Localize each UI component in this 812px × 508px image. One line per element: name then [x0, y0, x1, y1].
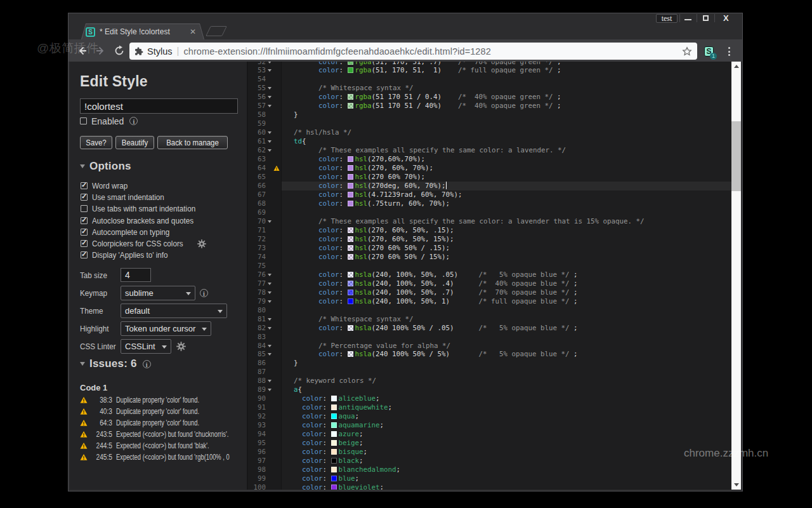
code-line: 97 color: black; — [248, 457, 741, 465]
color-swatch[interactable] — [348, 62, 353, 65]
code-text: /* Percentage value for alpha */ — [282, 342, 741, 351]
fold-arrow-icon[interactable] — [266, 324, 273, 333]
color-swatch[interactable] — [348, 272, 353, 277]
fold-arrow-icon[interactable] — [266, 279, 273, 288]
close-window-button[interactable]: X — [715, 13, 743, 23]
color-swatch[interactable] — [331, 396, 337, 401]
color-swatch[interactable] — [348, 156, 353, 162]
option-checkbox[interactable] — [81, 217, 88, 224]
fold-arrow-icon[interactable] — [266, 342, 273, 351]
color-swatch[interactable] — [331, 485, 337, 490]
fold-arrow-icon[interactable] — [266, 271, 273, 279]
color-swatch[interactable] — [348, 94, 353, 100]
color-swatch[interactable] — [331, 467, 337, 472]
color-swatch[interactable] — [348, 192, 353, 197]
issue-row[interactable]: 64:3Duplicate property 'color' found. — [80, 417, 238, 429]
issue-row[interactable]: 243:5Expected (<color>) but found 'chuck… — [80, 429, 238, 440]
color-swatch[interactable] — [331, 449, 337, 455]
css-linter-select[interactable]: CSSLint — [121, 339, 171, 354]
fold-arrow-icon[interactable] — [266, 297, 273, 306]
color-swatch[interactable] — [348, 236, 353, 242]
color-swatch[interactable] — [348, 245, 353, 251]
save-button[interactable]: Save? — [80, 136, 112, 149]
color-swatch[interactable] — [348, 325, 353, 331]
fold-arrow-icon[interactable] — [266, 137, 273, 146]
minimize-button[interactable] — [679, 13, 697, 23]
profile-chip[interactable]: test — [656, 14, 678, 23]
color-swatch[interactable] — [348, 165, 353, 171]
color-swatch[interactable] — [348, 281, 353, 286]
issue-row[interactable]: 245:5Expected (<color>) but found 'rgb(1… — [80, 451, 238, 463]
issue-row[interactable]: 40:3Duplicate property 'color' found. — [80, 406, 238, 417]
option-checkbox[interactable] — [81, 182, 88, 189]
option-checkbox[interactable] — [81, 240, 88, 247]
color-swatch[interactable] — [348, 254, 353, 260]
color-swatch[interactable] — [348, 290, 353, 295]
fold-arrow-icon[interactable] — [266, 84, 273, 93]
color-swatch[interactable] — [348, 227, 353, 233]
color-swatch[interactable] — [331, 422, 337, 428]
browser-menu-icon[interactable] — [728, 47, 730, 56]
options-collapse-icon[interactable] — [80, 164, 85, 168]
color-swatch[interactable] — [348, 201, 353, 206]
color-swatch[interactable] — [348, 67, 353, 73]
url-bar[interactable]: Stylus | chrome-extension://lfnlmiimoamf… — [129, 43, 697, 60]
color-swatch[interactable] — [331, 476, 337, 481]
highlight-select[interactable]: Token under cursor — [121, 321, 211, 336]
field-info-icon[interactable]: i — [200, 289, 208, 297]
issue-row[interactable]: 38:3Duplicate property 'color' found. — [80, 394, 238, 406]
option-checkbox[interactable] — [81, 194, 88, 201]
fold-arrow-icon[interactable] — [266, 102, 273, 110]
color-swatch[interactable] — [348, 351, 353, 357]
code-editor[interactable]: 52 color: rgba(51, 170, 51, .7) /* 70% o… — [247, 62, 741, 490]
color-swatch[interactable] — [348, 174, 353, 180]
issue-row[interactable]: 244:5Expected (<color>) but found 'blak'… — [80, 440, 238, 451]
option-checkbox[interactable] — [81, 229, 88, 236]
theme-select[interactable]: default — [121, 304, 227, 318]
tab-close-icon[interactable]: ✕ — [190, 28, 196, 36]
scroll-up-icon[interactable] — [731, 62, 741, 71]
color-swatch[interactable] — [348, 298, 353, 304]
fold-arrow-icon[interactable] — [266, 288, 273, 297]
editor-scrollbar[interactable] — [731, 62, 741, 490]
active-tab[interactable]: S * Edit Style !colortest ✕ — [81, 23, 204, 39]
color-swatch[interactable] — [331, 440, 337, 446]
back-to-manage-button[interactable]: Back to manage — [157, 136, 228, 149]
color-swatch[interactable] — [348, 103, 353, 109]
fold-arrow-icon[interactable] — [266, 377, 273, 385]
color-swatch[interactable] — [348, 183, 353, 189]
gear-icon[interactable] — [176, 342, 186, 351]
fold-arrow-icon[interactable] — [266, 128, 273, 137]
scrollbar-thumb[interactable] — [731, 121, 741, 191]
bookmark-star-icon[interactable] — [682, 46, 692, 57]
color-swatch[interactable] — [331, 431, 337, 437]
enabled-checkbox[interactable] — [80, 117, 87, 124]
scroll-down-icon[interactable] — [731, 480, 741, 490]
keymap-select[interactable]: sublime — [121, 286, 195, 300]
fold-arrow-icon[interactable] — [266, 385, 273, 394]
fold-arrow-icon[interactable] — [266, 146, 273, 155]
fold-arrow-icon[interactable] — [266, 217, 273, 226]
maximize-button[interactable] — [697, 13, 714, 23]
color-swatch[interactable] — [331, 413, 337, 419]
color-swatch[interactable] — [331, 404, 337, 410]
fold-arrow-icon[interactable] — [266, 315, 273, 324]
color-swatch[interactable] — [331, 458, 337, 464]
new-tab-button[interactable] — [206, 26, 227, 36]
tab-size-input[interactable] — [121, 268, 151, 282]
issues-collapse-icon[interactable] — [80, 362, 85, 366]
fold-arrow-icon[interactable] — [266, 350, 273, 359]
fold-arrow-icon[interactable] — [266, 93, 273, 102]
reload-icon[interactable] — [114, 45, 125, 57]
fold-arrow-icon[interactable] — [266, 66, 273, 75]
issues-info-icon[interactable]: i — [143, 360, 151, 368]
beautify-button[interactable]: Beautify — [115, 136, 154, 149]
line-number: 83 — [248, 333, 266, 342]
option-checkbox[interactable] — [81, 205, 88, 212]
fold-arrow-icon[interactable] — [266, 62, 273, 66]
menu-dot — [728, 47, 730, 49]
style-name-input[interactable] — [80, 98, 238, 114]
enabled-info-icon[interactable]: i — [129, 117, 138, 125]
gear-icon[interactable] — [197, 239, 206, 248]
option-checkbox[interactable] — [81, 251, 88, 258]
